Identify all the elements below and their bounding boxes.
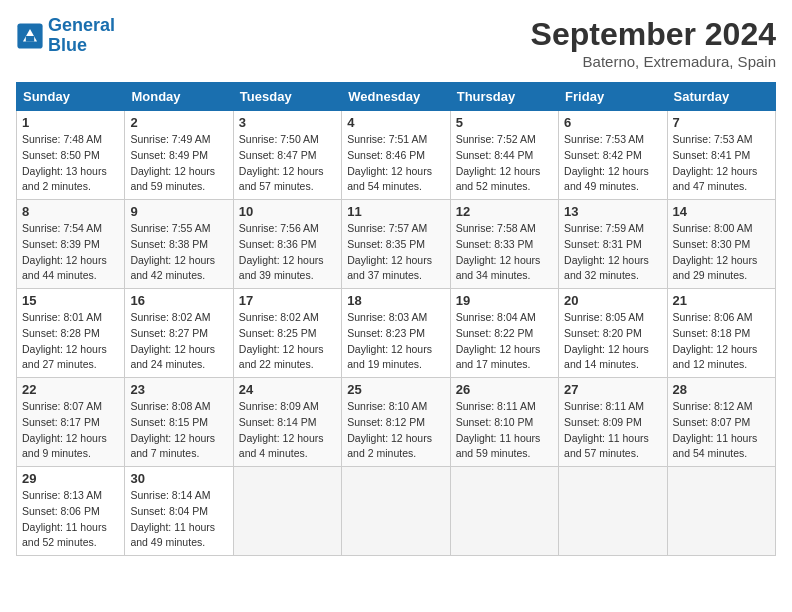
day-info: Sunrise: 8:06 AMSunset: 8:18 PMDaylight:…: [673, 310, 770, 373]
day-number: 23: [130, 382, 227, 397]
logo-line1: General: [48, 15, 115, 35]
day-cell-9: 9 Sunrise: 7:55 AMSunset: 8:38 PMDayligh…: [125, 200, 233, 289]
day-cell-30: 30 Sunrise: 8:14 AMSunset: 8:04 PMDaylig…: [125, 467, 233, 556]
day-info: Sunrise: 8:13 AMSunset: 8:06 PMDaylight:…: [22, 488, 119, 551]
day-info: Sunrise: 8:14 AMSunset: 8:04 PMDaylight:…: [130, 488, 227, 551]
empty-cell-w4-d6: [667, 467, 775, 556]
empty-cell-w4-d4: [450, 467, 558, 556]
day-number: 3: [239, 115, 336, 130]
day-number: 16: [130, 293, 227, 308]
week-row-3: 15 Sunrise: 8:01 AMSunset: 8:28 PMDaylig…: [17, 289, 776, 378]
header-thursday: Thursday: [450, 83, 558, 111]
week-row-5: 29 Sunrise: 8:13 AMSunset: 8:06 PMDaylig…: [17, 467, 776, 556]
day-cell-3: 3 Sunrise: 7:50 AMSunset: 8:47 PMDayligh…: [233, 111, 341, 200]
day-cell-7: 7 Sunrise: 7:53 AMSunset: 8:41 PMDayligh…: [667, 111, 775, 200]
month-title: September 2024: [531, 16, 776, 53]
day-number: 17: [239, 293, 336, 308]
day-cell-13: 13 Sunrise: 7:59 AMSunset: 8:31 PMDaylig…: [559, 200, 667, 289]
day-cell-28: 28 Sunrise: 8:12 AMSunset: 8:07 PMDaylig…: [667, 378, 775, 467]
day-info: Sunrise: 7:49 AMSunset: 8:49 PMDaylight:…: [130, 132, 227, 195]
day-info: Sunrise: 8:11 AMSunset: 8:09 PMDaylight:…: [564, 399, 661, 462]
empty-cell-w4-d5: [559, 467, 667, 556]
day-info: Sunrise: 7:50 AMSunset: 8:47 PMDaylight:…: [239, 132, 336, 195]
header-monday: Monday: [125, 83, 233, 111]
day-number: 14: [673, 204, 770, 219]
logo-text: General Blue: [48, 16, 115, 56]
day-info: Sunrise: 8:03 AMSunset: 8:23 PMDaylight:…: [347, 310, 444, 373]
day-info: Sunrise: 8:00 AMSunset: 8:30 PMDaylight:…: [673, 221, 770, 284]
day-info: Sunrise: 7:53 AMSunset: 8:41 PMDaylight:…: [673, 132, 770, 195]
title-block: September 2024 Baterno, Extremadura, Spa…: [531, 16, 776, 70]
day-cell-12: 12 Sunrise: 7:58 AMSunset: 8:33 PMDaylig…: [450, 200, 558, 289]
day-number: 8: [22, 204, 119, 219]
day-cell-6: 6 Sunrise: 7:53 AMSunset: 8:42 PMDayligh…: [559, 111, 667, 200]
day-info: Sunrise: 7:56 AMSunset: 8:36 PMDaylight:…: [239, 221, 336, 284]
header-friday: Friday: [559, 83, 667, 111]
day-cell-23: 23 Sunrise: 8:08 AMSunset: 8:15 PMDaylig…: [125, 378, 233, 467]
day-number: 20: [564, 293, 661, 308]
day-cell-19: 19 Sunrise: 8:04 AMSunset: 8:22 PMDaylig…: [450, 289, 558, 378]
day-info: Sunrise: 8:12 AMSunset: 8:07 PMDaylight:…: [673, 399, 770, 462]
day-cell-4: 4 Sunrise: 7:51 AMSunset: 8:46 PMDayligh…: [342, 111, 450, 200]
calendar-header-row: Sunday Monday Tuesday Wednesday Thursday…: [17, 83, 776, 111]
header-sunday: Sunday: [17, 83, 125, 111]
day-cell-22: 22 Sunrise: 8:07 AMSunset: 8:17 PMDaylig…: [17, 378, 125, 467]
calendar-table: Sunday Monday Tuesday Wednesday Thursday…: [16, 82, 776, 556]
logo-line2: Blue: [48, 35, 87, 55]
week-row-2: 8 Sunrise: 7:54 AMSunset: 8:39 PMDayligh…: [17, 200, 776, 289]
day-info: Sunrise: 7:57 AMSunset: 8:35 PMDaylight:…: [347, 221, 444, 284]
day-number: 18: [347, 293, 444, 308]
day-info: Sunrise: 8:05 AMSunset: 8:20 PMDaylight:…: [564, 310, 661, 373]
day-cell-11: 11 Sunrise: 7:57 AMSunset: 8:35 PMDaylig…: [342, 200, 450, 289]
day-cell-16: 16 Sunrise: 8:02 AMSunset: 8:27 PMDaylig…: [125, 289, 233, 378]
day-number: 28: [673, 382, 770, 397]
day-number: 24: [239, 382, 336, 397]
week-row-4: 22 Sunrise: 8:07 AMSunset: 8:17 PMDaylig…: [17, 378, 776, 467]
day-number: 12: [456, 204, 553, 219]
day-info: Sunrise: 8:02 AMSunset: 8:25 PMDaylight:…: [239, 310, 336, 373]
week-row-1: 1 Sunrise: 7:48 AMSunset: 8:50 PMDayligh…: [17, 111, 776, 200]
day-info: Sunrise: 8:11 AMSunset: 8:10 PMDaylight:…: [456, 399, 553, 462]
day-info: Sunrise: 8:09 AMSunset: 8:14 PMDaylight:…: [239, 399, 336, 462]
day-number: 4: [347, 115, 444, 130]
day-number: 15: [22, 293, 119, 308]
day-number: 27: [564, 382, 661, 397]
day-info: Sunrise: 7:55 AMSunset: 8:38 PMDaylight:…: [130, 221, 227, 284]
day-cell-2: 2 Sunrise: 7:49 AMSunset: 8:49 PMDayligh…: [125, 111, 233, 200]
day-cell-21: 21 Sunrise: 8:06 AMSunset: 8:18 PMDaylig…: [667, 289, 775, 378]
location-subtitle: Baterno, Extremadura, Spain: [531, 53, 776, 70]
day-info: Sunrise: 8:08 AMSunset: 8:15 PMDaylight:…: [130, 399, 227, 462]
day-info: Sunrise: 7:58 AMSunset: 8:33 PMDaylight:…: [456, 221, 553, 284]
day-info: Sunrise: 7:59 AMSunset: 8:31 PMDaylight:…: [564, 221, 661, 284]
day-number: 22: [22, 382, 119, 397]
day-cell-20: 20 Sunrise: 8:05 AMSunset: 8:20 PMDaylig…: [559, 289, 667, 378]
day-info: Sunrise: 7:52 AMSunset: 8:44 PMDaylight:…: [456, 132, 553, 195]
day-number: 6: [564, 115, 661, 130]
header-wednesday: Wednesday: [342, 83, 450, 111]
day-info: Sunrise: 8:10 AMSunset: 8:12 PMDaylight:…: [347, 399, 444, 462]
empty-cell-w4-d2: [233, 467, 341, 556]
day-info: Sunrise: 8:04 AMSunset: 8:22 PMDaylight:…: [456, 310, 553, 373]
day-number: 25: [347, 382, 444, 397]
day-cell-14: 14 Sunrise: 8:00 AMSunset: 8:30 PMDaylig…: [667, 200, 775, 289]
header-tuesday: Tuesday: [233, 83, 341, 111]
day-number: 10: [239, 204, 336, 219]
day-number: 1: [22, 115, 119, 130]
day-info: Sunrise: 7:51 AMSunset: 8:46 PMDaylight:…: [347, 132, 444, 195]
day-number: 26: [456, 382, 553, 397]
day-cell-27: 27 Sunrise: 8:11 AMSunset: 8:09 PMDaylig…: [559, 378, 667, 467]
day-cell-10: 10 Sunrise: 7:56 AMSunset: 8:36 PMDaylig…: [233, 200, 341, 289]
day-info: Sunrise: 8:07 AMSunset: 8:17 PMDaylight:…: [22, 399, 119, 462]
day-cell-1: 1 Sunrise: 7:48 AMSunset: 8:50 PMDayligh…: [17, 111, 125, 200]
day-cell-8: 8 Sunrise: 7:54 AMSunset: 8:39 PMDayligh…: [17, 200, 125, 289]
day-info: Sunrise: 7:53 AMSunset: 8:42 PMDaylight:…: [564, 132, 661, 195]
header-saturday: Saturday: [667, 83, 775, 111]
day-cell-17: 17 Sunrise: 8:02 AMSunset: 8:25 PMDaylig…: [233, 289, 341, 378]
day-cell-26: 26 Sunrise: 8:11 AMSunset: 8:10 PMDaylig…: [450, 378, 558, 467]
day-info: Sunrise: 7:54 AMSunset: 8:39 PMDaylight:…: [22, 221, 119, 284]
logo-icon: [16, 22, 44, 50]
day-number: 2: [130, 115, 227, 130]
svg-rect-2: [26, 36, 34, 42]
day-number: 19: [456, 293, 553, 308]
day-number: 7: [673, 115, 770, 130]
